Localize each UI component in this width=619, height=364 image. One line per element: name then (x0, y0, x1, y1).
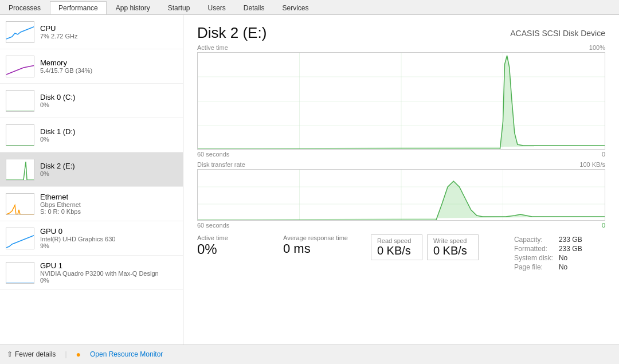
disk1-info: Disk 1 (D:) 0% (40, 127, 177, 143)
disk0-stat: 0% (40, 101, 177, 108)
avg-response-stat: Average response time 0 ms (283, 234, 348, 256)
gpu0-name: GPU 0 (40, 227, 177, 236)
gpu1-thumbnail (6, 262, 34, 284)
system-disk-value: No (559, 254, 582, 262)
disk2-name: Disk 2 (E:) (40, 162, 177, 170)
sidebar-item-cpu[interactable]: CPU 7% 2.72 GHz (0, 15, 183, 49)
disk2-info: Disk 2 (E:) 0% (40, 162, 177, 177)
tab-startup[interactable]: Startup (159, 1, 199, 14)
cpu-info: CPU 7% 2.72 GHz (40, 24, 177, 40)
chart1-label-row: Active time 100% (197, 44, 605, 51)
gpu0-info: GPU 0 Intel(R) UHD Graphics 630 9% (40, 227, 177, 249)
page-file-value: No (559, 263, 582, 271)
sidebar-item-ethernet[interactable]: Ethernet Gbps Ethernet S: 0 R: 0 Kbps (0, 187, 183, 221)
chart2-time-label: 60 seconds (197, 222, 229, 229)
sidebar-item-disk2[interactable]: Disk 2 (E:) 0% (0, 152, 183, 187)
active-time-label: Active time (197, 234, 260, 241)
detail-panel: Disk 2 (E:) ACASIS SCSI Disk Device Acti… (183, 15, 619, 345)
chart1-label: Active time (197, 44, 228, 51)
disk-info-table-container: Capacity: 233 GB Formatted: 233 GB Syste… (513, 234, 583, 272)
write-speed-label: Write speed (433, 237, 472, 244)
tab-services[interactable]: Services (274, 1, 318, 14)
chart-active-time-section: Active time 100% 60 seconds (197, 44, 605, 158)
main-content: CPU 7% 2.72 GHz Memory 5.4/15.7 GB (34%) (0, 15, 619, 345)
active-time-stat: Active time 0% (197, 234, 260, 257)
ethernet-stat2: S: 0 R: 0 Kbps (40, 208, 177, 215)
ethernet-name: Ethernet (40, 193, 177, 201)
bottom-bar: ⇧ Fewer details | ● Open Resource Monito… (0, 345, 619, 363)
disk2-thumbnail (6, 159, 34, 181)
gpu0-stat: Intel(R) UHD Graphics 630 (40, 236, 177, 242)
write-speed-value: 0 KB/s (433, 244, 472, 257)
chart1-max-label: 100% (589, 44, 605, 51)
sidebar-item-disk1[interactable]: Disk 1 (D:) 0% (0, 118, 183, 152)
formatted-label: Formatted: (514, 245, 558, 253)
sidebar: CPU 7% 2.72 GHz Memory 5.4/15.7 GB (34%) (0, 15, 183, 345)
chart2-label-row: Disk transfer rate 100 KB/s (197, 161, 605, 168)
separator: | (65, 350, 66, 358)
detail-title: Disk 2 (E:) (197, 24, 267, 42)
gpu1-stat2: 0% (40, 277, 177, 284)
chart-active-time (197, 52, 605, 150)
disk1-thumbnail (6, 124, 34, 146)
chart1-time-row: 60 seconds 0 (197, 151, 605, 158)
open-resource-monitor-link[interactable]: Open Resource Monitor (90, 350, 163, 358)
chart2-min-label: 0 (602, 222, 605, 229)
chart2-max-label: 100 KB/s (579, 161, 605, 168)
disk-info-table: Capacity: 233 GB Formatted: 233 GB Syste… (513, 234, 583, 272)
device-name: ACASIS SCSI Disk Device (510, 29, 605, 38)
page-file-label: Page file: (514, 263, 558, 271)
chart1-time-label: 60 seconds (197, 151, 229, 158)
gpu1-name: GPU 1 (40, 261, 177, 270)
ethernet-info: Ethernet Gbps Ethernet S: 0 R: 0 Kbps (40, 193, 177, 215)
read-speed-block: Read speed 0 KB/s (371, 234, 422, 260)
memory-name: Memory (40, 58, 177, 67)
sidebar-item-gpu1[interactable]: GPU 1 NVIDIA Quadro P3200 with Max-Q Des… (0, 256, 183, 290)
tab-users[interactable]: Users (199, 1, 234, 14)
tab-details[interactable]: Details (235, 1, 273, 14)
stats-row: Active time 0% Average response time 0 m… (197, 234, 605, 272)
tab-processes[interactable]: Processes (0, 1, 49, 14)
fewer-details-button[interactable]: ⇧ Fewer details (7, 350, 56, 358)
chart-transfer-rate-section: Disk transfer rate 100 KB/s 60 seconds (197, 161, 605, 229)
gpu0-thumbnail (6, 228, 34, 249)
chevron-up-icon: ⇧ (7, 350, 13, 358)
cpu-stat: 7% 2.72 GHz (40, 33, 177, 40)
active-time-value: 0% (197, 241, 260, 257)
capacity-label: Capacity: (514, 236, 558, 244)
read-speed-value: 0 KB/s (377, 244, 416, 257)
speed-stats: Read speed 0 KB/s Write speed 0 KB/s (371, 234, 479, 260)
avg-response-label: Average response time (283, 234, 348, 241)
system-disk-label: System disk: (514, 254, 558, 262)
memory-info: Memory 5.4/15.7 GB (34%) (40, 58, 177, 74)
chart2-time-row: 60 seconds 0 (197, 222, 605, 229)
disk0-info: Disk 0 (C:) 0% (40, 93, 177, 108)
detail-header: Disk 2 (E:) ACASIS SCSI Disk Device (197, 24, 605, 42)
memory-thumbnail (6, 56, 34, 77)
disk2-stat: 0% (40, 170, 177, 177)
chart1-min-label: 0 (602, 151, 605, 158)
sidebar-item-gpu0[interactable]: GPU 0 Intel(R) UHD Graphics 630 9% (0, 221, 183, 256)
ethernet-thumbnail (6, 193, 34, 215)
fewer-details-label: Fewer details (15, 350, 56, 358)
resource-monitor-icon: ● (76, 350, 81, 359)
tab-performance[interactable]: Performance (50, 1, 107, 14)
formatted-value: 233 GB (559, 245, 582, 253)
gpu1-info: GPU 1 NVIDIA Quadro P3200 with Max-Q Des… (40, 261, 177, 284)
gpu0-stat2: 9% (40, 242, 177, 249)
sidebar-item-memory[interactable]: Memory 5.4/15.7 GB (34%) (0, 49, 183, 84)
sidebar-item-disk0[interactable]: Disk 0 (C:) 0% (0, 84, 183, 118)
disk1-name: Disk 1 (D:) (40, 127, 177, 136)
disk1-stat: 0% (40, 136, 177, 143)
tab-apphistory[interactable]: App history (107, 1, 159, 14)
chart2-label: Disk transfer rate (197, 161, 245, 168)
cpu-thumbnail (6, 21, 34, 43)
write-speed-block: Write speed 0 KB/s (427, 234, 479, 260)
avg-response-value: 0 ms (283, 241, 348, 256)
ethernet-stat: Gbps Ethernet (40, 201, 177, 208)
capacity-value: 233 GB (559, 236, 582, 244)
memory-stat: 5.4/15.7 GB (34%) (40, 67, 177, 74)
chart-transfer-rate (197, 169, 605, 221)
cpu-name: CPU (40, 24, 177, 33)
disk0-thumbnail (6, 90, 34, 112)
